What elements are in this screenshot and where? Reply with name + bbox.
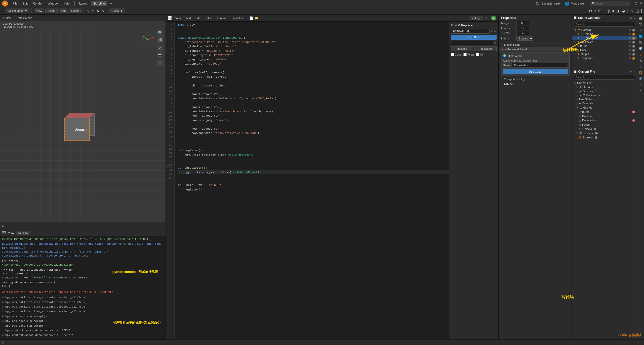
nt-mesh-domain[interactable]: △ Domain <box>572 114 637 118</box>
transform-icon[interactable]: ⊞ <box>598 8 602 14</box>
pi-output[interactable]: ⚙ <box>638 28 643 33</box>
tree-eye-bcs[interactable]: 👁 <box>629 37 631 39</box>
nt-current-file[interactable]: ▷ Current File <box>572 81 637 85</box>
pi-data[interactable]: △ <box>638 82 643 87</box>
global-btn[interactable]: Global ▼ <box>109 9 125 13</box>
zoom-in-btn[interactable]: 🔍 <box>157 30 163 36</box>
filter-btn[interactable]: ≡ <box>157 60 163 66</box>
select-btn[interactable]: Select <box>45 9 58 13</box>
tree-temp-slice[interactable]: ▽ Temp slice 👁 ⬤ <box>572 56 637 60</box>
editor-menu-select[interactable]: Select <box>203 16 214 20</box>
xray-icon[interactable]: ◫ <box>635 8 639 14</box>
tree-eye-domain[interactable]: 👁 <box>629 29 631 31</box>
zoom-out-btn[interactable]: 🔎 <box>157 37 163 43</box>
replace-input[interactable] <box>451 41 493 45</box>
tree-burner[interactable]: ▽ Burner 👁 ⬤ <box>572 44 637 48</box>
pi-physics[interactable]: 🔆 <box>638 70 643 75</box>
pi-constraints[interactable]: 🔗 <box>638 76 643 81</box>
nt-materials[interactable]: ▷ ● Materials <box>572 101 637 105</box>
shading-render[interactable]: ◒ <box>621 8 625 14</box>
outliner-menu-icon[interactable]: ≡ <box>634 16 635 20</box>
tree-eye-obstacles[interactable]: 👁 <box>629 41 631 43</box>
tree-eye-tempslice[interactable]: 👁 <box>629 57 631 60</box>
tree-output[interactable]: ▷ ▼ Output 👁 ⬤ <box>572 52 637 56</box>
tree-restrict-tempslice[interactable]: ⬤ <box>632 57 635 60</box>
replace-btn[interactable]: Replace <box>451 46 473 51</box>
tree-eye-burner[interactable]: 👁 <box>629 45 631 47</box>
pi-modifiers[interactable]: 🔧 <box>638 58 643 63</box>
menu-help[interactable]: Help <box>61 1 72 6</box>
editor-menu-edit[interactable]: Edit <box>194 16 202 20</box>
shading-material[interactable]: ◑ <box>616 8 620 14</box>
tab-console[interactable]: Console <box>16 231 30 235</box>
tree-restrict-output[interactable]: ⬤ <box>632 53 635 56</box>
find-edit-icon[interactable]: ✏ <box>494 30 497 33</box>
tree-eye-domain-inner[interactable]: 👁 <box>629 33 631 35</box>
close-tab-icon[interactable]: ✕ <box>485 16 488 20</box>
nt-objects[interactable]: ▷ ◻ Objects ⬤↑ <box>572 127 637 131</box>
wrap-option[interactable]: Wrap <box>463 53 474 56</box>
menu-file[interactable]: File <box>11 1 19 6</box>
add-cube-btn[interactable]: Add Cube <box>503 69 568 74</box>
font-size-value[interactable]: 12 <box>516 26 529 30</box>
margin-value[interactable]: 80 <box>516 21 529 25</box>
camera-btn[interactable]: 📷 <box>157 52 163 58</box>
editor-menu-format[interactable]: Format <box>215 16 227 20</box>
run-script-btn[interactable]: ▶ <box>491 16 496 21</box>
pi-particles[interactable]: ⬡ <box>638 64 643 69</box>
nodetree-filter-icon[interactable]: ⚙ <box>630 70 633 73</box>
all-option[interactable]: All <box>476 53 483 56</box>
editor-menu-text[interactable]: Text <box>184 16 192 20</box>
nt-meshes[interactable]: ▼ △ Meshes <box>572 105 637 110</box>
tree-eye-output[interactable]: 👁 <box>629 53 631 56</box>
tree-cube[interactable]: ▽ Cube 👁 ⬤ <box>572 48 637 52</box>
replace-all-btn[interactable]: Replace All <box>474 46 497 51</box>
nodetree-menu-icon[interactable]: ≡ <box>634 70 635 73</box>
pi-scene[interactable]: 🏠 <box>638 16 643 21</box>
nt-mesh-domain-bcs[interactable]: △ Domain bcs ⬤ <box>572 118 637 122</box>
viewport-display-section[interactable]: ▷ Viewport Display <box>499 77 572 81</box>
workspace-layout[interactable]: Layout <box>77 1 90 6</box>
file-open-icon[interactable]: 📂 <box>255 16 259 20</box>
viewport-view-menu[interactable]: View <box>5 16 11 19</box>
nt-collections[interactable]: ▷ ▼ Collections ▼↑ <box>572 93 637 97</box>
viewport-overlays-icon[interactable]: ⊛ <box>630 8 634 14</box>
tree-domain-inner[interactable]: ▼ ▽ Domain 👁 ⬤ <box>572 32 637 36</box>
tree-restrict-cube[interactable]: ⬤ <box>632 49 635 52</box>
menu-render[interactable]: Render <box>31 1 45 6</box>
tree-restrict-domain-inner[interactable]: ⬤ <box>632 33 635 35</box>
blender-logo[interactable] <box>2 1 8 7</box>
replace-edit-icon[interactable]: ✏ <box>494 41 497 45</box>
header-menu-icon[interactable]: ≡ <box>640 1 642 6</box>
header-search-input[interactable] <box>590 1 630 6</box>
find-next-btn[interactable]: Find Next <box>451 35 497 40</box>
file-new-icon[interactable]: 📄 <box>250 16 253 20</box>
nt-brushes[interactable]: ▷ 🖌 Brushes 3↑ <box>572 89 637 93</box>
shading-solid[interactable]: ● <box>612 8 615 13</box>
nt-mesh-burner[interactable]: △ Burner ⬤ <box>572 110 637 114</box>
nt-line-styles[interactable]: ▷ Line Styles <box>572 97 637 101</box>
nodetree-search-input[interactable] <box>574 75 635 80</box>
menu-window[interactable]: Window <box>46 1 60 6</box>
editor-menu-templates[interactable]: Templates <box>229 16 244 20</box>
cursor-icon[interactable]: ↖ <box>86 8 90 13</box>
tree-obstacles[interactable]: ▷ ▼ Obstacles 👁 ⬤ <box>572 40 637 44</box>
move-icon[interactable]: ✛ <box>91 8 95 13</box>
pi-render[interactable]: 📷 <box>638 22 643 27</box>
tree-eye-cube[interactable]: 👁 <box>629 49 631 52</box>
mode-selector[interactable]: Object Mode ▼ <box>6 9 29 13</box>
nt-actions[interactable]: ▷ ⚡ Actions 2↑ <box>572 85 637 89</box>
case-option[interactable]: Case <box>451 53 461 56</box>
pi-world[interactable]: 🌍 <box>638 46 643 51</box>
line-art-section[interactable]: ▷ Line Art <box>499 81 572 86</box>
header-filter-icon[interactable]: ⚙ <box>634 1 638 6</box>
tree-restrict-bcs[interactable]: ⬤ <box>632 37 635 39</box>
snap-icon[interactable]: ⌖ <box>594 8 597 14</box>
pi-material[interactable]: ● <box>638 88 643 93</box>
tree-domain-root[interactable]: ▼ ▼ Domain 👁 ⬤ <box>572 28 637 32</box>
shading-wireframe[interactable]: ◎ <box>606 8 611 14</box>
viewport-3d[interactable]: ◻ View Object Mode User Perspective (1) … <box>0 15 166 229</box>
nt-scenes[interactable]: ▷ 🎬 Scenes ⬤↑ <box>572 131 637 135</box>
tree-restrict-obstacles[interactable]: ⬤ <box>632 41 635 43</box>
object-btn[interactable]: Object <box>69 9 82 13</box>
